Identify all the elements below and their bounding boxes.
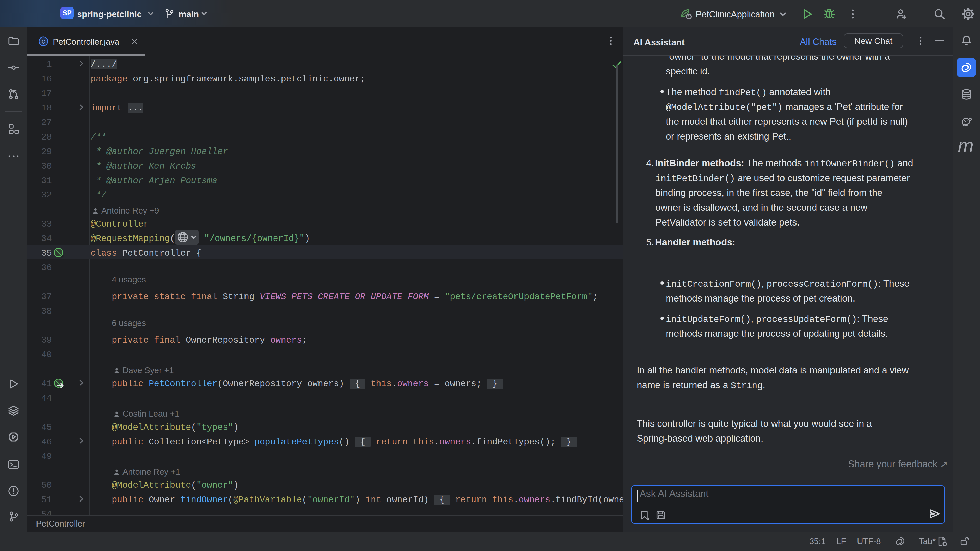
svg-text:C: C: [41, 38, 45, 45]
